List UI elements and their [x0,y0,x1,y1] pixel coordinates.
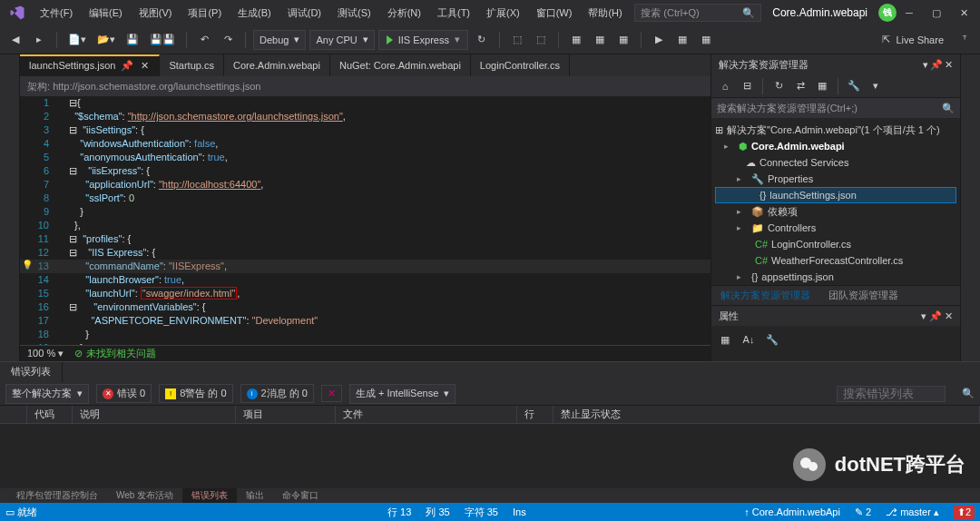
tb-icon-8[interactable]: ▦ [696,30,716,50]
solution-search[interactable]: 搜索解决方案资源管理器(Ctrl+;)🔍 [711,98,960,118]
live-share[interactable]: ⇱Live Share [882,34,944,45]
menu-project[interactable]: 项目(P) [181,3,229,24]
build-filter[interactable]: ✕ [321,385,342,402]
menu-analyze[interactable]: 分析(N) [380,3,428,24]
tb-icon-3[interactable]: ▦ [566,30,586,50]
col-suppress[interactable]: 禁止显示状态 [554,406,980,423]
properties-icon[interactable]: 🔧 [844,76,864,96]
tab-startup[interactable]: Startup.cs [160,54,224,76]
tab-error-list[interactable]: 错误列表 [182,488,237,503]
menu-build[interactable]: 生成(B) [230,3,279,24]
menu-view[interactable]: 视图(V) [132,3,180,24]
nav-back-button[interactable]: ◀ [5,30,25,50]
close-icon[interactable]: ✕ [945,59,953,71]
code-editor[interactable]: 💡 12345678910111213141516171819202122232… [20,96,710,345]
platform-dropdown[interactable]: Any CPU▾ [309,30,374,50]
connected-services-node[interactable]: ☁Connected Services [711,154,960,171]
tab-web-publish[interactable]: Web 发布活动 [107,488,182,503]
zoom-dropdown[interactable]: 100 % ▾ [27,348,64,359]
menu-extensions[interactable]: 扩展(X) [479,3,527,24]
undo-button[interactable]: ↶ [194,30,214,50]
maximize-button[interactable]: ▢ [924,2,949,24]
tab-output[interactable]: 输出 [237,488,273,503]
tab-login[interactable]: LoginController.cs [471,54,570,76]
run-button[interactable]: IIS Express▾ [378,30,468,50]
alpha-icon[interactable]: A↓ [739,329,759,349]
minimize-button[interactable]: ─ [897,2,922,24]
refresh-icon[interactable]: ↻ [769,76,789,96]
controllers-folder[interactable]: ▸📁Controllers [711,220,960,236]
lightbulb-icon[interactable]: 💡 [22,260,33,270]
new-project-button[interactable]: 📄▾ [64,30,90,50]
showall-icon[interactable]: ▦ [812,76,832,96]
col-line[interactable]: 行 [517,406,554,423]
status-branch[interactable]: ⎇ master ▴ [886,506,939,518]
tab-package-console[interactable]: 程序包管理器控制台 [7,488,107,503]
feedback-button[interactable]: ᵀ [955,30,975,50]
menu-test[interactable]: 测试(S) [330,3,378,24]
menu-help[interactable]: 帮助(H) [581,3,629,24]
menu-file[interactable]: 文件(F) [33,3,80,24]
redo-button[interactable]: ↷ [218,30,238,50]
status-pending[interactable]: ✎ 2 [855,506,871,518]
menu-tools[interactable]: 工具(T) [430,3,477,24]
props-icon[interactable]: 🔧 [762,329,782,349]
user-avatar[interactable]: 钱 [878,4,897,22]
pin-icon[interactable]: 📌 [121,60,133,72]
code-content[interactable]: ⊟{ "$schema": "http://json.schemastore.o… [69,96,710,345]
solution-node[interactable]: ⊞解决方案"Core.Admin.webapi"(1 个项目/共 1 个) [711,122,960,138]
home-icon[interactable]: ⌂ [715,76,735,96]
col-code[interactable]: 代码 [27,406,73,423]
menu-window[interactable]: 窗口(W) [529,3,580,24]
save-button[interactable]: 💾 [122,30,142,50]
refresh-button[interactable]: ↻ [472,30,492,50]
fold-column[interactable] [56,96,69,345]
login-controller-file[interactable]: C#LoginController.cs [711,236,960,252]
launchsettings-file[interactable]: {}launchSettings.json [715,187,956,203]
status-publish[interactable]: ↑ Core.Admin.webApi [744,506,840,517]
tb-icon-2[interactable]: ⬚ [531,30,551,50]
tb-icon-1[interactable]: ⬚ [507,30,527,50]
tab-team-explorer[interactable]: 团队资源管理器 [819,286,907,305]
pin-icon[interactable]: 📌 [930,59,943,71]
dependencies-node[interactable]: ▸📦依赖项 [711,203,960,220]
error-grid-body[interactable] [0,424,980,488]
config-dropdown[interactable]: Debug▾ [253,30,306,50]
tb-icon-7[interactable]: ▦ [672,30,692,50]
col-desc[interactable]: 说明 [73,406,236,423]
tab-solution-explorer[interactable]: 解决方案资源管理器 [711,286,819,305]
tb-icon-5[interactable]: ▦ [613,30,633,50]
no-issues-indicator[interactable]: ⊘未找到相关问题 [74,347,156,360]
close-icon[interactable]: ✕ [139,60,150,71]
sync-icon[interactable]: ⇄ [790,76,810,96]
pin-icon[interactable]: ▾ 📌 ✕ [921,310,953,322]
warnings-filter[interactable]: !8警告 的 0 [159,384,232,403]
source-dropdown[interactable]: 生成 + IntelliSense▾ [349,384,456,404]
weather-controller-file[interactable]: C#WeatherForecastController.cs [711,252,960,269]
preview-icon[interactable]: ▾ [866,76,886,96]
col-icon[interactable] [0,406,27,423]
scope-dropdown[interactable]: 整个解决方案▾ [5,384,89,404]
menu-edit[interactable]: 编辑(E) [82,3,130,24]
messages-filter[interactable]: i2消息 的 0 [240,384,314,403]
tab-launchsettings[interactable]: launchSettings.json📌✕ [20,54,160,76]
error-search[interactable] [837,386,946,402]
open-button[interactable]: 📂▾ [93,30,119,50]
tab-command-window[interactable]: 命令窗口 [273,488,328,503]
col-project[interactable]: 项目 [236,406,336,423]
appsettings-file[interactable]: ▸{}appsettings.json [711,269,960,285]
project-node[interactable]: ▸⬢Core.Admin.webapi [711,138,960,154]
col-file[interactable]: 文件 [336,406,517,423]
error-list-tab[interactable]: 错误列表 [0,362,63,382]
menu-debug[interactable]: 调试(D) [280,3,328,24]
search-icon[interactable]: 🔍 [962,388,975,399]
panel-dropdown-icon[interactable]: ▾ [923,59,928,71]
status-sync[interactable]: ⬆2 [954,506,975,519]
tab-nuget[interactable]: NuGet: Core.Admin.webapi [330,54,471,76]
errors-filter[interactable]: ✕错误 0 [96,384,152,403]
tb-icon-4[interactable]: ▦ [590,30,610,50]
global-search[interactable]: 搜索 (Ctrl+Q) 🔍 [634,4,761,22]
collapse-icon[interactable]: ⊟ [737,76,757,96]
nav-forward-button[interactable]: ▸ [29,30,49,50]
tb-icon-6[interactable]: ▶ [649,30,669,50]
